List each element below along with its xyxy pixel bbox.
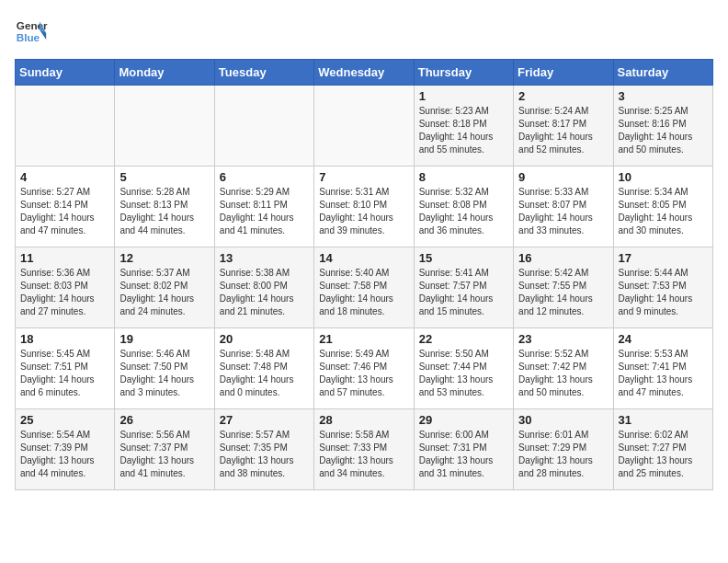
calendar-cell — [16, 86, 115, 167]
day-info: Sunrise: 5:48 AM Sunset: 7:48 PM Dayligh… — [220, 348, 309, 399]
header-cell-sunday: Sunday — [16, 60, 115, 86]
day-number: 16 — [518, 251, 608, 265]
day-number: 29 — [419, 413, 508, 427]
day-info: Sunrise: 5:37 AM Sunset: 8:02 PM Dayligh… — [119, 267, 209, 318]
calendar-cell: 10Sunrise: 5:34 AM Sunset: 8:05 PM Dayli… — [613, 167, 712, 247]
day-info: Sunrise: 5:33 AM Sunset: 8:07 PM Dayligh… — [518, 186, 608, 237]
day-number: 1 — [419, 89, 508, 103]
calendar-cell: 4Sunrise: 5:27 AM Sunset: 8:14 PM Daylig… — [16, 167, 115, 247]
day-info: Sunrise: 5:28 AM Sunset: 8:13 PM Dayligh… — [119, 186, 209, 237]
day-number: 5 — [119, 170, 209, 184]
day-number: 3 — [619, 89, 708, 103]
day-number: 12 — [119, 251, 209, 265]
day-number: 13 — [220, 251, 309, 265]
day-info: Sunrise: 5:36 AM Sunset: 8:03 PM Dayligh… — [20, 267, 109, 318]
calendar-cell: 28Sunrise: 5:58 AM Sunset: 7:33 PM Dayli… — [314, 409, 414, 490]
day-info: Sunrise: 5:24 AM Sunset: 8:17 PM Dayligh… — [518, 105, 608, 156]
day-info: Sunrise: 5:32 AM Sunset: 8:08 PM Dayligh… — [419, 186, 508, 237]
day-number: 27 — [220, 413, 309, 427]
day-info: Sunrise: 5:52 AM Sunset: 7:42 PM Dayligh… — [518, 348, 608, 399]
day-info: Sunrise: 5:23 AM Sunset: 8:18 PM Dayligh… — [419, 105, 508, 156]
calendar-cell: 3Sunrise: 5:25 AM Sunset: 8:16 PM Daylig… — [613, 86, 712, 167]
header-cell-monday: Monday — [115, 60, 214, 86]
day-info: Sunrise: 5:57 AM Sunset: 7:35 PM Dayligh… — [220, 429, 309, 480]
calendar-cell: 1Sunrise: 5:23 AM Sunset: 8:18 PM Daylig… — [414, 86, 513, 167]
day-number: 7 — [319, 170, 408, 184]
header-cell-friday: Friday — [514, 60, 613, 86]
day-number: 22 — [419, 332, 508, 346]
calendar-cell: 18Sunrise: 5:45 AM Sunset: 7:51 PM Dayli… — [16, 328, 115, 409]
calendar-body: 1Sunrise: 5:23 AM Sunset: 8:18 PM Daylig… — [16, 86, 713, 490]
day-info: Sunrise: 5:42 AM Sunset: 7:55 PM Dayligh… — [518, 267, 608, 318]
calendar-cell: 12Sunrise: 5:37 AM Sunset: 8:02 PM Dayli… — [115, 247, 214, 328]
day-info: Sunrise: 5:45 AM Sunset: 7:51 PM Dayligh… — [20, 348, 109, 399]
calendar-cell: 31Sunrise: 6:02 AM Sunset: 7:27 PM Dayli… — [613, 409, 712, 490]
day-info: Sunrise: 5:49 AM Sunset: 7:46 PM Dayligh… — [319, 348, 408, 399]
calendar-cell: 26Sunrise: 5:56 AM Sunset: 7:37 PM Dayli… — [115, 409, 214, 490]
day-number: 2 — [518, 89, 608, 103]
day-number: 21 — [319, 332, 408, 346]
logo: General Blue — [15, 15, 48, 48]
calendar-cell: 19Sunrise: 5:46 AM Sunset: 7:50 PM Dayli… — [115, 328, 214, 409]
day-number: 6 — [220, 170, 309, 184]
day-number: 10 — [619, 170, 708, 184]
week-row-5: 25Sunrise: 5:54 AM Sunset: 7:39 PM Dayli… — [16, 409, 713, 490]
logo-icon: General Blue — [15, 15, 48, 48]
day-info: Sunrise: 5:25 AM Sunset: 8:16 PM Dayligh… — [619, 105, 708, 156]
calendar-cell: 29Sunrise: 6:00 AM Sunset: 7:31 PM Dayli… — [414, 409, 513, 490]
day-info: Sunrise: 5:29 AM Sunset: 8:11 PM Dayligh… — [220, 186, 309, 237]
day-info: Sunrise: 5:38 AM Sunset: 8:00 PM Dayligh… — [220, 267, 309, 318]
header-cell-wednesday: Wednesday — [314, 60, 414, 86]
header-row: SundayMondayTuesdayWednesdayThursdayFrid… — [16, 60, 713, 86]
calendar-cell: 17Sunrise: 5:44 AM Sunset: 7:53 PM Dayli… — [613, 247, 712, 328]
week-row-4: 18Sunrise: 5:45 AM Sunset: 7:51 PM Dayli… — [16, 328, 713, 409]
calendar-cell: 22Sunrise: 5:50 AM Sunset: 7:44 PM Dayli… — [414, 328, 513, 409]
week-row-2: 4Sunrise: 5:27 AM Sunset: 8:14 PM Daylig… — [16, 167, 713, 247]
calendar-cell: 2Sunrise: 5:24 AM Sunset: 8:17 PM Daylig… — [514, 86, 613, 167]
day-info: Sunrise: 5:50 AM Sunset: 7:44 PM Dayligh… — [419, 348, 508, 399]
calendar-cell: 13Sunrise: 5:38 AM Sunset: 8:00 PM Dayli… — [214, 247, 313, 328]
day-number: 25 — [20, 413, 109, 427]
calendar-cell — [115, 86, 214, 167]
day-info: Sunrise: 5:41 AM Sunset: 7:57 PM Dayligh… — [419, 267, 508, 318]
day-number: 19 — [119, 332, 209, 346]
calendar-cell: 24Sunrise: 5:53 AM Sunset: 7:41 PM Dayli… — [613, 328, 712, 409]
calendar-cell: 8Sunrise: 5:32 AM Sunset: 8:08 PM Daylig… — [414, 167, 513, 247]
day-info: Sunrise: 5:27 AM Sunset: 8:14 PM Dayligh… — [20, 186, 109, 237]
day-number: 15 — [419, 251, 508, 265]
calendar-cell: 7Sunrise: 5:31 AM Sunset: 8:10 PM Daylig… — [314, 167, 414, 247]
calendar-table: SundayMondayTuesdayWednesdayThursdayFrid… — [15, 59, 713, 490]
day-number: 20 — [220, 332, 309, 346]
week-row-3: 11Sunrise: 5:36 AM Sunset: 8:03 PM Dayli… — [16, 247, 713, 328]
day-number: 31 — [619, 413, 708, 427]
calendar-cell — [214, 86, 313, 167]
calendar-cell: 5Sunrise: 5:28 AM Sunset: 8:13 PM Daylig… — [115, 167, 214, 247]
day-number: 4 — [20, 170, 109, 184]
day-number: 28 — [319, 413, 408, 427]
calendar-cell: 21Sunrise: 5:49 AM Sunset: 7:46 PM Dayli… — [314, 328, 414, 409]
calendar-cell: 9Sunrise: 5:33 AM Sunset: 8:07 PM Daylig… — [514, 167, 613, 247]
day-number: 18 — [20, 332, 109, 346]
calendar-cell: 20Sunrise: 5:48 AM Sunset: 7:48 PM Dayli… — [214, 328, 313, 409]
calendar-cell: 15Sunrise: 5:41 AM Sunset: 7:57 PM Dayli… — [414, 247, 513, 328]
day-info: Sunrise: 6:00 AM Sunset: 7:31 PM Dayligh… — [419, 429, 508, 480]
svg-text:Blue: Blue — [17, 31, 40, 43]
calendar-cell: 23Sunrise: 5:52 AM Sunset: 7:42 PM Dayli… — [514, 328, 613, 409]
day-info: Sunrise: 5:54 AM Sunset: 7:39 PM Dayligh… — [20, 429, 109, 480]
calendar-cell: 27Sunrise: 5:57 AM Sunset: 7:35 PM Dayli… — [214, 409, 313, 490]
calendar-cell: 30Sunrise: 6:01 AM Sunset: 7:29 PM Dayli… — [514, 409, 613, 490]
day-info: Sunrise: 5:34 AM Sunset: 8:05 PM Dayligh… — [619, 186, 708, 237]
day-number: 14 — [319, 251, 408, 265]
calendar-cell: 25Sunrise: 5:54 AM Sunset: 7:39 PM Dayli… — [16, 409, 115, 490]
day-info: Sunrise: 5:56 AM Sunset: 7:37 PM Dayligh… — [119, 429, 209, 480]
day-info: Sunrise: 6:02 AM Sunset: 7:27 PM Dayligh… — [619, 429, 708, 480]
calendar-cell: 14Sunrise: 5:40 AM Sunset: 7:58 PM Dayli… — [314, 247, 414, 328]
day-number: 17 — [619, 251, 708, 265]
calendar-header: SundayMondayTuesdayWednesdayThursdayFrid… — [16, 60, 713, 86]
calendar-cell: 16Sunrise: 5:42 AM Sunset: 7:55 PM Dayli… — [514, 247, 613, 328]
calendar-cell — [314, 86, 414, 167]
day-info: Sunrise: 5:31 AM Sunset: 8:10 PM Dayligh… — [319, 186, 408, 237]
day-number: 8 — [419, 170, 508, 184]
header-cell-tuesday: Tuesday — [214, 60, 313, 86]
day-info: Sunrise: 5:40 AM Sunset: 7:58 PM Dayligh… — [319, 267, 408, 318]
